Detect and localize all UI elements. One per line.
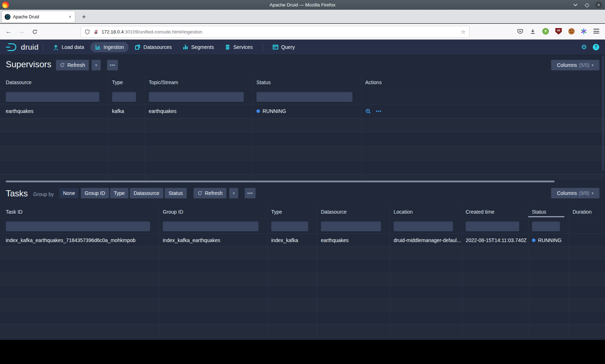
tab-close-icon[interactable]: × [68, 14, 72, 19]
shield-icon[interactable] [85, 29, 90, 35]
filter-created-time-input[interactable] [466, 221, 519, 231]
col-header-location[interactable]: Location [390, 205, 462, 218]
cell-type[interactable]: index_kafka [268, 234, 317, 246]
nav-services[interactable]: Services [220, 42, 257, 52]
filter-status-input[interactable] [256, 92, 353, 102]
col-header-task-id[interactable]: Task ID [0, 205, 159, 218]
col-header-type[interactable]: Type [268, 205, 317, 218]
group-by-none-button[interactable]: None [59, 188, 79, 199]
supervisors-horizontal-scrollbar[interactable] [0, 180, 605, 183]
group-by-datasource-button[interactable]: Datasource [130, 188, 163, 199]
nav-label: Services [233, 44, 253, 50]
supervisors-refresh-button[interactable]: Refresh [56, 60, 89, 70]
columns-label: Columns [557, 190, 577, 196]
filter-topic-stream-input[interactable] [149, 92, 244, 102]
console-content: Supervisors Refresh ▾ ••• Columns (5/5) … [0, 54, 605, 340]
scrollbar-thumb[interactable] [6, 181, 555, 182]
url-text: 172.18.0.4:30109/unified-console.html#in… [102, 29, 202, 35]
supervisor-row[interactable]: earthquakes kafka earthquakes RUNNING ••… [0, 104, 605, 118]
reload-icon[interactable] [30, 24, 40, 40]
nav-datasources[interactable]: Datasources [130, 42, 176, 52]
columns-count: (5/5) [579, 62, 590, 68]
filter-datasource-input[interactable] [321, 221, 381, 231]
supervisors-columns-button[interactable]: Columns (5/5) ▾ [551, 60, 600, 70]
nav-divider [43, 44, 43, 51]
view-detail-magnifier-icon[interactable] [365, 108, 371, 114]
insecure-lock-icon[interactable] [93, 29, 99, 35]
druid-brand[interactable]: druid [6, 42, 39, 52]
group-by-status-button[interactable]: Status [165, 188, 187, 199]
downloads-icon[interactable] [530, 28, 536, 35]
cell-datasource[interactable]: earthquakes [0, 104, 108, 118]
col-header-datasource[interactable]: Datasource [317, 205, 390, 218]
nav-query[interactable]: Query [268, 42, 300, 52]
cell-status[interactable]: RUNNING [528, 234, 569, 246]
maximize-icon[interactable]: ◇ [584, 2, 590, 8]
forward-icon[interactable]: → [17, 24, 27, 40]
minimize-icon[interactable] [572, 2, 579, 8]
filter-location-input[interactable] [394, 221, 453, 231]
hamburger-menu-icon[interactable] [593, 29, 599, 33]
cookie-extension-icon[interactable] [568, 28, 575, 35]
cell-status[interactable]: RUNNING [253, 104, 362, 118]
task-row[interactable]: index_kafka_earthquakes_7184357396d6c0a_… [0, 234, 605, 247]
filter-type-input[interactable] [112, 92, 136, 102]
tasks-refresh-button[interactable]: Refresh [193, 188, 227, 199]
col-header-duration[interactable]: Duration [569, 205, 605, 218]
tasks-columns-button[interactable]: Columns (9/9) ▾ [551, 188, 600, 199]
group-by-type-button[interactable]: Type [110, 188, 129, 199]
tasks-refresh-caret-button[interactable]: ▾ [229, 188, 238, 199]
status-text: RUNNING [538, 237, 561, 243]
datasources-icon [135, 44, 140, 50]
row-more-actions-icon[interactable]: ••• [376, 109, 382, 114]
cell-topic-stream[interactable]: earthquakes [145, 104, 253, 118]
col-header-type[interactable]: Type [108, 76, 145, 89]
col-header-status[interactable]: Status [253, 76, 362, 89]
empty-row [0, 299, 605, 311]
tasks-more-button[interactable]: ••• [245, 188, 256, 199]
supervisors-refresh-caret-button[interactable]: ▾ [91, 60, 101, 70]
nav-segments[interactable]: Segments [178, 42, 219, 52]
cell-created-time[interactable]: 2022-08-15T14:11:03.740Z [462, 234, 528, 246]
group-by-group-id-button[interactable]: Group ID [81, 188, 109, 199]
supervisors-more-button[interactable]: ••• [107, 60, 118, 70]
nav-ingestion[interactable]: Ingestion [90, 42, 129, 52]
url-bar[interactable]: 172.18.0.4:30109/unified-console.html#in… [81, 26, 469, 37]
filter-datasource-input[interactable] [6, 92, 99, 102]
tab-apache-druid[interactable]: Apache Druid × [2, 11, 75, 22]
nav-load-data[interactable]: Load data [48, 42, 89, 52]
col-header-created-time[interactable]: Created time [462, 205, 528, 218]
cell-datasource[interactable]: earthquakes [317, 234, 390, 246]
extension-green-icon[interactable] [542, 28, 549, 35]
chevron-down-icon: ▾ [592, 63, 594, 68]
empty-row [0, 132, 605, 146]
back-icon[interactable]: ← [4, 24, 14, 40]
new-tab-button[interactable]: + [79, 13, 89, 21]
ublock-shield-icon[interactable]: U0 [555, 28, 562, 35]
filter-task-id-input[interactable] [6, 221, 150, 231]
settings-gear-icon[interactable]: ⚙ [581, 43, 587, 51]
cell-group-id[interactable]: index_kafka_earthquakes [159, 234, 268, 246]
col-header-group-id[interactable]: Group ID [159, 205, 268, 218]
help-icon[interactable]: ? [593, 44, 599, 50]
cell-location[interactable]: druid-middlemanager-defaul... [390, 234, 462, 246]
filter-group-id-input[interactable] [163, 221, 259, 231]
status-running-dot [256, 109, 260, 113]
page-vertical-scrollbar[interactable] [602, 56, 604, 171]
extension-asterisk-icon[interactable] [581, 28, 587, 35]
col-header-status-sorted[interactable]: Status [528, 205, 569, 218]
filter-type-input[interactable] [271, 221, 308, 231]
cell-task-id[interactable]: index_kafka_earthquakes_7184357396d6c0a_… [0, 234, 159, 246]
druid-navbar: druid Load data Ingestion Datasources Se… [0, 40, 605, 54]
col-header-topic-stream[interactable]: Topic/Stream [145, 76, 253, 89]
bookmark-star-icon[interactable]: ☆ [461, 29, 466, 35]
columns-label: Columns [557, 62, 577, 68]
empty-row [0, 146, 605, 160]
col-header-datasource[interactable]: Datasource [0, 76, 108, 89]
filter-status-input[interactable] [532, 221, 560, 231]
pocket-icon[interactable] [517, 28, 523, 35]
close-window-icon[interactable]: × [595, 1, 602, 8]
cell-type[interactable]: kafka [108, 104, 145, 118]
refresh-label: Refresh [67, 62, 85, 68]
cell-duration[interactable] [569, 234, 605, 246]
